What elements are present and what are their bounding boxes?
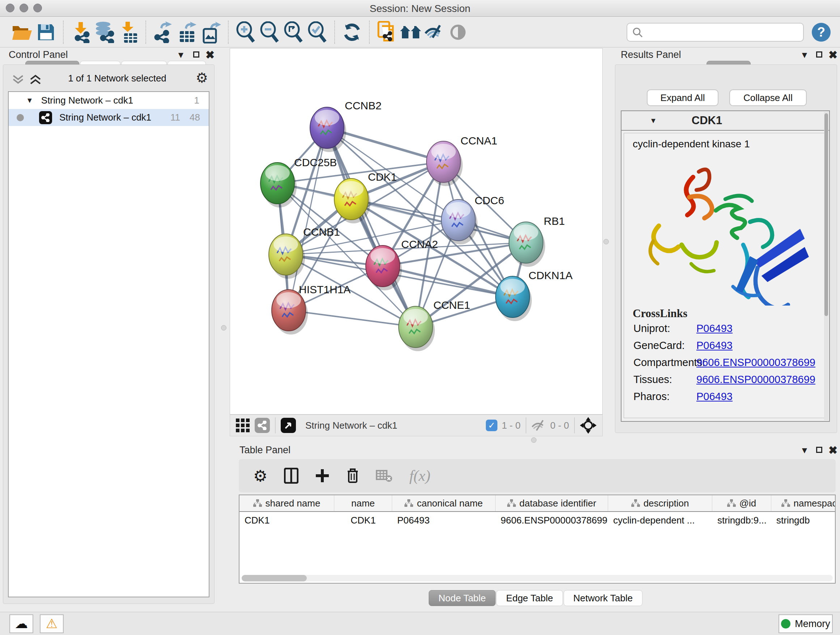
tab-node-table[interactable]: Node Table	[429, 590, 496, 606]
results-scrollbar-thumb[interactable]	[824, 113, 828, 316]
table-panel-menu-icon[interactable]: ▼	[800, 445, 809, 455]
table-cell[interactable]: cyclin-dependent ...	[608, 515, 712, 526]
table-cell[interactable]: stringdb	[771, 515, 836, 526]
tab-network-table[interactable]: Network Table	[564, 590, 643, 606]
column-header-name[interactable]: name	[334, 495, 392, 511]
column-header-databaseidentifier[interactable]: database identifier	[496, 495, 608, 511]
results-panel-float-icon[interactable]	[816, 51, 822, 57]
export-network-icon[interactable]	[151, 20, 175, 44]
warning-icon: ⚠	[46, 616, 57, 631]
control-panel-menu-icon[interactable]: ▼	[177, 50, 185, 60]
show-columns-icon[interactable]	[284, 468, 298, 484]
grid-view-icon[interactable]	[236, 418, 249, 432]
column-header-sharedname[interactable]: shared name	[240, 495, 334, 511]
table-cell[interactable]: stringdb:9...	[712, 515, 771, 526]
network-node-CCNA1[interactable]: CCNA1	[426, 135, 497, 186]
crosslink-link[interactable]: 9606.ENSP00000378699	[696, 374, 815, 386]
table-cell[interactable]: 9606.ENSP00000378699	[496, 515, 608, 526]
expand-all-button[interactable]: Expand All	[647, 89, 718, 106]
table-cell[interactable]: CDK1	[334, 515, 392, 526]
table-hscrollbar-track[interactable]	[242, 575, 833, 581]
network-collection-list: ▼ String Network – cdk1 1 String Network…	[8, 91, 210, 597]
table-row[interactable]: CDK1CDK1P064939606.ENSP00000378699cyclin…	[240, 512, 835, 529]
gene-header[interactable]: ▼ CDK1	[622, 111, 829, 131]
results-panel-close-icon[interactable]: ✖	[829, 49, 837, 61]
crosslink-row: Compartments:9606.ENSP00000378699	[624, 354, 827, 371]
results-panel-menu-icon[interactable]: ▼	[800, 50, 809, 60]
collapse-all-icon[interactable]	[12, 74, 24, 85]
crosslink-link[interactable]: P06493	[696, 391, 733, 402]
network-edge[interactable]	[289, 128, 327, 310]
selected-checkbox-icon[interactable]: ✓	[486, 420, 497, 431]
zoom-selected-icon[interactable]	[305, 20, 329, 44]
hide-selected-icon[interactable]	[423, 20, 447, 44]
table-panel-close-icon[interactable]: ✖	[829, 444, 837, 456]
first-neighbors-icon[interactable]	[399, 20, 423, 44]
zoom-out-icon[interactable]	[257, 20, 281, 44]
memory-button[interactable]: Memory	[778, 614, 833, 633]
network-node-CDKN1A[interactable]: CDKN1A	[496, 269, 573, 321]
search-input[interactable]	[627, 23, 804, 42]
network-view-name: String Network – cdk1	[305, 420, 397, 431]
network-row[interactable]: String Network – cdk1 11 48	[9, 109, 209, 126]
save-session-icon[interactable]	[34, 20, 58, 44]
column-header-namespac[interactable]: namespac	[771, 495, 836, 511]
network-node-CDC6[interactable]: CDC6	[441, 195, 504, 244]
table-cell[interactable]: P06493	[392, 515, 496, 526]
column-header-id[interactable]: @id	[712, 495, 771, 511]
toolbar-separator	[275, 417, 276, 433]
collection-expand-icon[interactable]: ▼	[26, 96, 33, 105]
crosslink-link[interactable]: 9606.ENSP00000378699	[696, 356, 815, 369]
gene-body: cyclin-dependent kinase 1	[624, 133, 827, 418]
network-collection-row[interactable]: ▼ String Network – cdk1 1	[9, 92, 209, 109]
warnings-button[interactable]: ⚠	[40, 614, 64, 633]
network-node-HIST1H1A[interactable]: HIST1H1A	[272, 283, 351, 334]
network-options-gear-icon[interactable]: ⚙	[196, 70, 208, 86]
show-all-icon[interactable]	[447, 20, 470, 44]
network-node-CCNE1[interactable]: CCNE1	[399, 299, 470, 351]
export-image-icon[interactable]	[199, 20, 223, 44]
delete-table-icon[interactable]	[376, 469, 393, 482]
splitter-handle[interactable]	[531, 437, 537, 443]
pan-crosshair-icon[interactable]	[580, 417, 597, 434]
help-icon[interactable]: ?	[812, 23, 831, 42]
column-header-canonicalname[interactable]: canonical name	[392, 495, 496, 511]
gene-collapse-icon[interactable]: ▼	[650, 117, 657, 125]
refresh-icon[interactable]	[340, 20, 364, 44]
zoom-in-icon[interactable]	[234, 20, 257, 44]
table-hscrollbar-thumb[interactable]	[242, 575, 307, 581]
results-scrollbar-track[interactable]	[824, 112, 829, 420]
collapse-all-button[interactable]: Collapse All	[729, 89, 807, 106]
import-network-database-icon[interactable]	[93, 20, 117, 44]
network-canvas[interactable]: CCNB2CCNA1CDC25BCDK1CDC6RB1CCNB1CCNA2CDK…	[230, 48, 603, 415]
expand-all-icon[interactable]	[29, 74, 42, 85]
string-view-icon[interactable]	[255, 418, 270, 433]
memory-label: Memory	[795, 618, 830, 630]
delete-column-trash-icon[interactable]	[346, 468, 359, 484]
birds-eye-view-icon[interactable]	[281, 418, 296, 433]
splitter-handle[interactable]	[603, 239, 609, 244]
table-settings-gear-icon[interactable]: ⚙	[253, 467, 267, 485]
open-session-icon[interactable]	[10, 20, 34, 44]
control-panel-close-icon[interactable]: ✖	[205, 49, 215, 61]
crosslink-link[interactable]: P06493	[696, 323, 733, 334]
splitter-handle[interactable]	[221, 325, 226, 331]
network-edge[interactable]	[327, 128, 416, 327]
zoom-fit-icon[interactable]	[281, 20, 305, 44]
tab-edge-table[interactable]: Edge Table	[496, 590, 563, 606]
create-column-plus-icon[interactable]	[315, 469, 330, 483]
control-panel-float-icon[interactable]	[193, 51, 199, 57]
toolbar-separator	[526, 417, 526, 433]
table-panel-float-icon[interactable]	[816, 447, 822, 453]
hidden-eye-icon[interactable]	[531, 420, 546, 431]
function-builder-icon[interactable]: f(x)	[409, 467, 430, 485]
network-node-RB1[interactable]: RB1	[509, 215, 565, 267]
cloud-status-button[interactable]: ☁	[9, 614, 33, 633]
duplicate-network-icon[interactable]	[375, 20, 399, 44]
crosslink-link[interactable]: P06493	[696, 340, 733, 352]
export-table-icon[interactable]	[175, 20, 199, 44]
column-header-description[interactable]: description	[608, 495, 712, 511]
table-cell[interactable]: CDK1	[240, 515, 334, 526]
import-table-file-icon[interactable]	[117, 20, 141, 44]
import-network-file-icon[interactable]	[69, 20, 93, 44]
